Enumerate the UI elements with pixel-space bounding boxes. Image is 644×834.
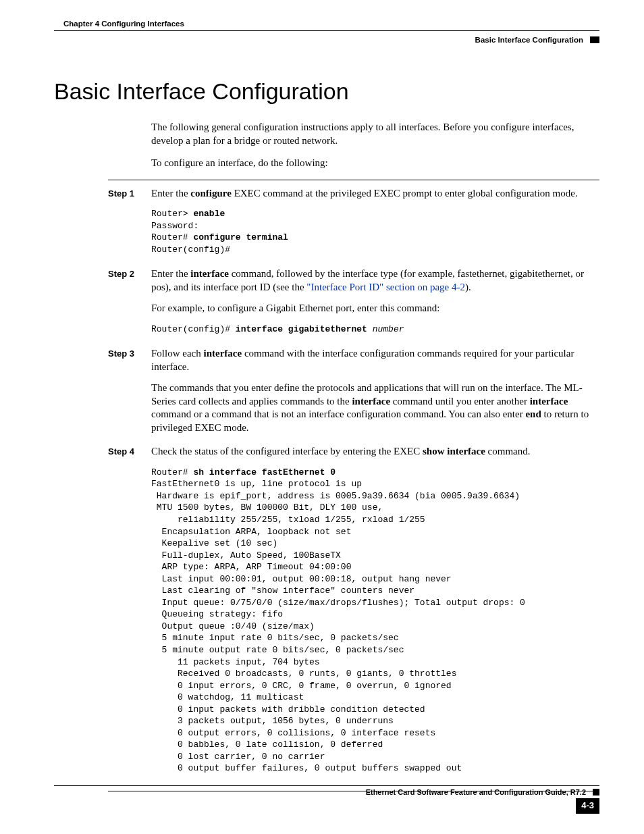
step-1-text: Enter the configure EXEC command at the … — [151, 187, 599, 201]
header-bar: Chapter 4 Configuring Interfaces — [54, 19, 599, 31]
step-4-text: Check the status of the configured inter… — [151, 445, 599, 459]
page-number: 4-3 — [576, 798, 599, 814]
header-marker-icon — [590, 36, 599, 43]
page-title: Basic Interface Configuration — [54, 76, 599, 106]
step-2-text-1: Enter the interface command, followed by… — [151, 267, 599, 294]
header-chapter: Chapter 4 Configuring Interfaces — [63, 19, 184, 29]
step-4: Step 4 Check the status of the configure… — [108, 445, 599, 784]
step-2-code: Router(config)# interface gigabitetherne… — [151, 323, 599, 336]
footer-guide-title: Ethernet Card Software Feature and Confi… — [366, 787, 586, 797]
step-1: Step 1 Enter the configure EXEC command … — [108, 187, 599, 265]
step-3-text-1: Follow each interface command with the i… — [151, 347, 599, 373]
footer: Ethernet Card Software Feature and Confi… — [54, 785, 599, 814]
step-3: Step 3 Follow each interface command wit… — [108, 347, 599, 442]
step-2: Step 2 Enter the interface command, foll… — [108, 267, 599, 344]
step-2-text-2: For example, to configure a Gigabit Ethe… — [151, 302, 599, 315]
step-4-label: Step 4 — [108, 445, 151, 784]
intro-paragraph-1: The following general configuration inst… — [151, 121, 599, 147]
steps-top-rule — [108, 180, 599, 180]
step-2-label: Step 2 — [108, 267, 151, 344]
step-1-code: Router> enable Password: Router# configu… — [151, 208, 599, 255]
step-3-label: Step 3 — [108, 347, 151, 442]
step-1-label: Step 1 — [108, 187, 151, 265]
step-4-code: Router# sh interface fastEthernet 0 Fast… — [151, 467, 599, 775]
step-3-text-2: The commands that you enter define the p… — [151, 382, 599, 434]
header-section: Basic Interface Configuration — [475, 35, 583, 45]
header-section-row: Basic Interface Configuration — [54, 35, 599, 45]
footer-marker-icon — [593, 789, 599, 796]
interface-port-id-link[interactable]: "Interface Port ID" section on page 4-2 — [306, 282, 465, 292]
intro-paragraph-2: To configure an interface, do the follow… — [151, 157, 599, 170]
